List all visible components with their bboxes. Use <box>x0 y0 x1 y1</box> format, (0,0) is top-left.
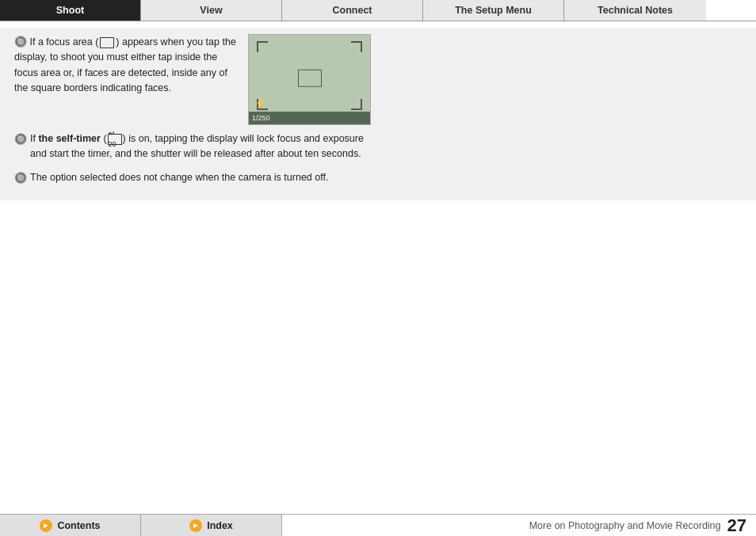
note1-block: 🔘 If a focus area () appears when you ta… <box>14 34 371 125</box>
bracket-bottom-right <box>351 99 362 110</box>
note2-bold: the self-timer <box>38 133 101 144</box>
tab-view-label: View <box>200 5 222 16</box>
bottom-nav: Contents Index More on Photography and M… <box>0 514 756 536</box>
lightning-icon: ⚡ <box>255 98 266 108</box>
content-box: 🔘 If a focus area () appears when you ta… <box>6 28 379 200</box>
tab-shoot[interactable]: Shoot <box>0 0 141 21</box>
note1-icon: 🔘 <box>14 36 27 48</box>
note1-content: If a focus area () appears when you tap … <box>14 36 236 93</box>
tab-view[interactable]: View <box>141 0 282 21</box>
focus-bracket-icon <box>100 37 114 48</box>
camera-screen: ⚡ 1/250 <box>249 35 370 124</box>
screen-info-text: 1/250 <box>252 114 270 122</box>
note2-icon: 🔘 <box>14 131 27 147</box>
contents-label: Contents <box>57 520 100 531</box>
index-label: Index <box>207 520 233 531</box>
tab-setup[interactable]: The Setup Menu <box>423 0 564 21</box>
note3-text: The option selected does not change when… <box>30 170 371 185</box>
bottom-right-info: More on Photography and Movie Recording … <box>282 515 756 536</box>
tab-technical-label: Technical Notes <box>598 5 673 16</box>
arrow-right-svg <box>42 522 50 530</box>
tab-setup-label: The Setup Menu <box>455 5 532 16</box>
contents-arrow-icon <box>40 519 52 532</box>
tab-technical[interactable]: Technical Notes <box>564 0 706 21</box>
contents-button[interactable]: Contents <box>0 515 141 536</box>
tab-shoot-label: Shoot <box>56 5 84 16</box>
screen-bottom-bar: 1/250 <box>249 112 370 124</box>
svg-marker-0 <box>44 523 48 528</box>
note2-text: If the self-timer (↩ 20) is on, tapping … <box>30 131 371 162</box>
index-button[interactable]: Index <box>141 515 282 536</box>
main-content: 🔘 If a focus area () appears when you ta… <box>0 28 756 200</box>
tab-connect-label: Connect <box>333 5 372 16</box>
note2-block: 🔘 If the self-timer (↩ 20) is on, tappin… <box>14 131 371 162</box>
center-focus-area <box>298 69 322 86</box>
bracket-top-right <box>351 41 362 52</box>
arrow-right-svg2 <box>192 522 200 530</box>
bracket-top-left <box>257 41 268 52</box>
note3-icon: 🔘 <box>14 170 27 186</box>
note1-text: 🔘 If a focus area () appears when you ta… <box>14 34 240 125</box>
tab-connect[interactable]: Connect <box>282 0 423 21</box>
footer-text: More on Photography and Movie Recording <box>529 520 721 531</box>
book-ref-icon: ↩ 20 <box>108 134 122 145</box>
svg-marker-1 <box>193 523 198 528</box>
page-number: 27 <box>727 515 746 536</box>
note3-block: 🔘 The option selected does not change wh… <box>14 170 371 186</box>
index-arrow-icon <box>189 519 202 532</box>
nav-tabs: Shoot View Connect The Setup Menu Techni… <box>0 0 756 21</box>
camera-lcd-image: ⚡ 1/250 <box>248 34 371 125</box>
